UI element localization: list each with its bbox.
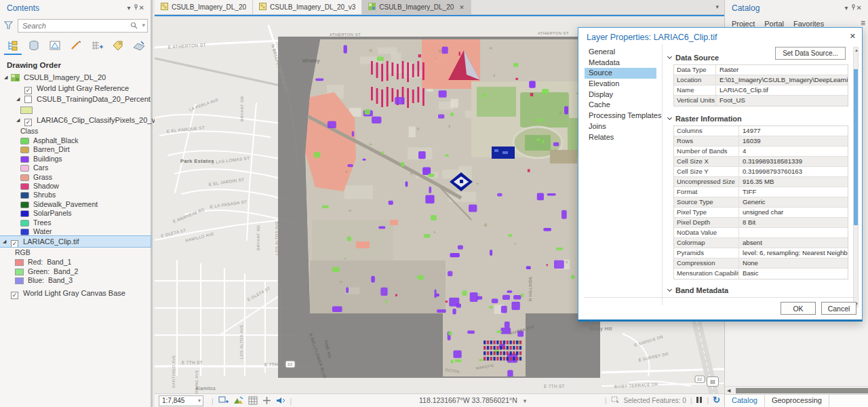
crosshair-icon[interactable] [262,396,271,406]
class-legend-item[interactable]: Sidewalk_Pavement [0,200,151,209]
catalog-close-icon[interactable]: ✕ [856,4,864,12]
expander-icon[interactable]: ◢ [16,115,20,125]
layer-row-clip-tif[interactable]: ◢ ✓ LARIAC6_Clip.tif [0,236,151,247]
dialog-scrollbar-thumb[interactable] [854,69,858,225]
dialog-nav-relates[interactable]: Relates [585,132,656,143]
dialog-nav-display[interactable]: Display [585,90,656,100]
class-color-swatch[interactable] [20,165,29,172]
contents-menu-icon[interactable]: ▾ [127,4,133,12]
refresh-icon[interactable]: ↻ [713,395,720,405]
class-legend-item[interactable]: Water [0,227,151,236]
catalog-menu-icon[interactable]: ▾ [845,4,850,12]
pause-drawing-icon[interactable] [696,397,703,404]
scrollbar-thumb[interactable] [736,388,868,393]
tab-close-icon[interactable]: ✕ [459,4,465,11]
training-symbol-row[interactable] [0,104,151,115]
dialog-nav-processing-templates[interactable]: Processing Templates [585,111,656,121]
dialog-scrollbar[interactable]: ▲ ▼ [853,47,859,307]
search-option-icon[interactable]: ▾ [142,22,145,28]
list-by-editing-icon[interactable] [68,38,83,53]
collapse-icon[interactable] [667,54,672,59]
filter-icon[interactable] [4,21,13,31]
coordinates-dropdown-icon[interactable]: ▾ [524,398,527,404]
class-legend-item[interactable]: Buildings [0,155,151,163]
dialog-nav-elevation[interactable]: Elevation [585,79,656,90]
dock-tab-catalog[interactable]: Catalog [725,395,765,407]
new-map-extent-icon[interactable] [218,395,229,406]
scroll-left-icon[interactable]: ◀ [727,388,730,393]
set-data-source-button[interactable]: Set Data Source... [775,47,846,60]
expander-icon[interactable]: ◢ [4,72,7,83]
list-by-selection-icon[interactable] [47,38,62,53]
dock-tab-geoprocessing[interactable]: Geoprocessing [765,395,829,407]
class-color-swatch[interactable] [20,220,29,227]
dialog-close-icon[interactable]: ✕ [850,32,856,41]
scale-dropdown-icon[interactable]: ▾ [198,398,201,404]
layer-row-training[interactable]: ◢ CSULB_TrainingData_20_Percent [0,94,151,104]
class-color-swatch[interactable] [20,229,29,235]
view-tab-1[interactable]: CSULB_Imagery_DL_20 [155,0,253,14]
dialog-nav-general[interactable]: General [585,47,656,58]
collapse-icon[interactable] [667,287,672,292]
contents-pin-icon[interactable] [133,4,139,12]
class-legend-item[interactable]: Shrubs [0,191,151,199]
rgb-band-item[interactable]: Blue:Band_3 [0,276,151,285]
list-by-perspective-icon[interactable] [132,38,146,53]
class-color-swatch[interactable] [20,147,29,153]
class-legend-item[interactable]: Cars [0,163,151,172]
class-legend-item[interactable]: SolarPanels [0,209,151,218]
class-color-swatch[interactable] [20,156,29,163]
scale-input[interactable]: 1:7,845 ▾ [159,395,203,406]
cancel-button[interactable]: Cancel [821,302,856,315]
class-legend-item[interactable]: Asphalt_Black [0,136,151,145]
rgb-band-item[interactable]: Red:Band_1 [0,258,151,267]
list-by-snapping-icon[interactable] [90,38,104,53]
layer-checkbox[interactable]: ✓ [11,292,18,299]
list-by-drawing-order-icon[interactable] [5,38,20,53]
class-color-swatch[interactable] [20,138,29,144]
class-legend-item[interactable]: Shadow [0,182,151,191]
list-by-labeling-icon[interactable] [111,38,125,53]
contents-search-input[interactable] [18,19,148,33]
class-color-swatch[interactable] [20,201,29,208]
layer-checkbox[interactable] [24,96,32,103]
catalog-pin-icon[interactable] [850,4,856,12]
basemap-toggle-icon[interactable]: ▤ [707,376,719,387]
class-legend-item[interactable]: Barren_Dirt [0,145,151,154]
band-metadata-section-header[interactable]: Band Metadata [668,286,852,294]
raster-info-section-header[interactable]: Raster Information [668,115,852,123]
layer-row-canvas-base[interactable]: ✓ World Light Gray Canvas Base [0,288,151,298]
catalog-hamburger-icon[interactable]: ≡ [861,18,865,28]
class-legend-item[interactable]: Grass [0,173,151,182]
notification-sound-icon[interactable] [276,396,285,406]
search-icon[interactable] [130,22,138,31]
class-color-swatch[interactable] [20,210,29,217]
dialog-nav-metadata[interactable]: Metadata [585,58,656,69]
tabbar-overflow-icon[interactable]: ▾ [715,0,724,14]
rgb-band-item[interactable]: Green:Band_2 [0,267,151,276]
dialog-nav-cache[interactable]: Cache [585,100,656,111]
catalog-horizontal-scrollbar[interactable]: ◀ [725,386,868,394]
contents-close-icon[interactable]: ✕ [139,4,146,12]
coordinates-display[interactable]: 118.1231667°W 33.7856021°N ▾ [419,396,526,404]
expander-icon[interactable]: ◢ [16,94,20,104]
class-legend-item[interactable]: Trees [0,218,151,227]
dialog-nav-joins[interactable]: Joins [585,121,656,132]
scroll-up-icon[interactable]: ▲ [854,48,859,52]
view-tab-2[interactable]: CSULB_Imagery_DL_20_v3 [253,0,362,14]
view-tab-3[interactable]: CSULB_Imagery_DL_20✕ [362,0,471,14]
class-color-swatch[interactable] [20,192,29,199]
layer-row-group[interactable]: ◢ CSULB_Imagery_DL_20 [0,72,151,83]
list-by-data-source-icon[interactable] [26,38,41,53]
class-color-swatch[interactable] [20,174,29,181]
layer-row-classify[interactable]: ◢ ✓ LARIAC6_Clip_ClassifyPixels_20_v2 [0,115,151,125]
dialog-nav-source[interactable]: Source [585,68,656,79]
layer-row-reference[interactable]: ✓ World Light Gray Reference [0,83,151,94]
attribute-table-icon[interactable] [248,396,258,406]
class-color-swatch[interactable] [20,183,29,190]
collapse-icon[interactable] [667,115,672,120]
zoom-to-extent-icon[interactable] [233,395,243,406]
expander-icon[interactable]: ◢ [3,236,6,247]
training-symbol-swatch[interactable] [20,106,33,114]
ok-button[interactable]: OK [781,302,816,315]
